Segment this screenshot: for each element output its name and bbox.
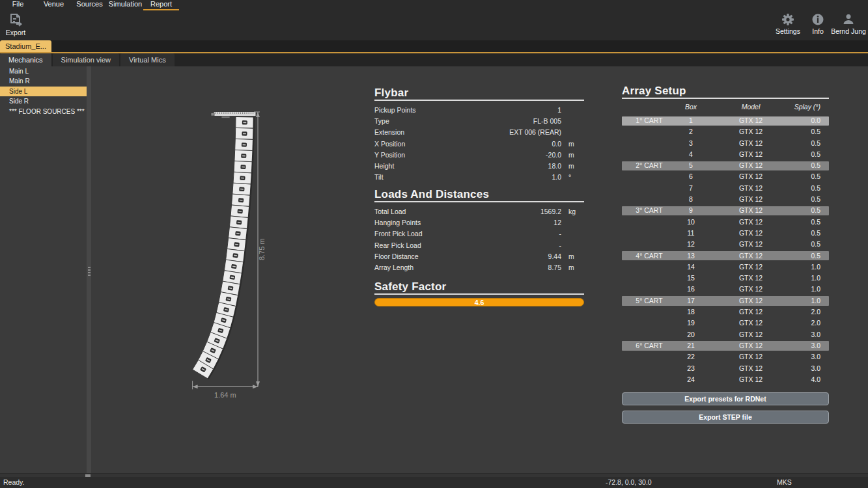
settings-button[interactable]: Settings [772, 13, 804, 35]
row-value: 9.44 [548, 252, 561, 260]
export-step-button[interactable]: Export STEP file [622, 411, 829, 424]
row-value: EXT 006 (REAR) [509, 128, 561, 136]
box-model: GTX 12 [720, 138, 782, 149]
box-number: 13 [677, 251, 705, 262]
row-value: 0.0 [552, 140, 561, 148]
row-label: Rear Pick Load [374, 241, 421, 249]
row-unit: m [568, 264, 584, 271]
user-icon [842, 13, 855, 26]
tab-virtual-mics[interactable]: Virtual Mics [120, 53, 175, 66]
row-value: 18.0 [548, 162, 561, 170]
box-number: 2 [677, 126, 705, 137]
box-splay: 4.0 [811, 374, 820, 385]
box-model: GTX 12 [720, 374, 782, 385]
flybar-row: ExtensionEXT 006 (REAR) [374, 127, 584, 138]
box-number: 9 [677, 205, 705, 216]
cursor-coordinates: -72.8, 0.0, 30.0 [606, 478, 652, 486]
array-table-row: 3GTX 120.5 [622, 138, 829, 149]
safety-section: Safety Factor 4.6 [374, 280, 584, 306]
box-model: GTX 12 [720, 295, 782, 306]
row-value: - [559, 230, 562, 237]
box-splay: 0.5 [811, 160, 820, 171]
tab-simulation-view[interactable]: Simulation view [53, 53, 119, 66]
loads-rows: Total Load1569.2kgHanging Points12Front … [374, 206, 584, 273]
box-model: GTX 12 [720, 194, 782, 205]
array-table-header: Box Model Splay (°) [622, 99, 829, 115]
box-model: GTX 12 [720, 149, 782, 160]
loads-row: Front Pick Load- [374, 228, 584, 239]
tab-mechanics[interactable]: Mechanics [0, 53, 51, 66]
export-rdnet-button[interactable]: Export presets for RDNet [622, 392, 829, 405]
source-list: Main LMain RSide LSide R*** FLOOR SOURCE… [0, 66, 87, 473]
box-number: 22 [677, 351, 705, 362]
array-drawing: 1.64 m8.75 m [189, 98, 287, 410]
array-table-row: 22GTX 123.0 [622, 351, 829, 362]
safety-section-title: Safety Factor [374, 280, 584, 295]
array-table-row: 6° CART21GTX 123.0 [622, 340, 829, 351]
array-table-row: 7GTX 120.5 [622, 183, 829, 194]
splitter-handle[interactable] [87, 66, 91, 473]
array-table-row: 5° CART17GTX 121.0 [622, 295, 829, 306]
cart-label: 3° CART [622, 205, 677, 216]
column-header-splay: Splay (°) [794, 99, 820, 115]
row-value: 1 [557, 106, 561, 114]
box-splay: 0.5 [811, 251, 820, 262]
menu-file[interactable]: File [0, 0, 36, 10]
row-label: Tilt [374, 173, 384, 181]
menu-venue[interactable]: Venue [36, 0, 72, 10]
flybar-rows: Pickup Points1TypeFL-B 005ExtensionEXT 0… [374, 104, 584, 183]
info-button-label: Info [812, 27, 824, 35]
sidebar-item-side-r[interactable]: Side R [0, 96, 87, 106]
menu-report[interactable]: Report [143, 0, 179, 10]
row-label: Hanging Points [374, 219, 421, 226]
array-table-row: 2GTX 120.5 [622, 126, 829, 137]
export-button[interactable]: Export [1, 13, 30, 36]
sidebar-item-floor-sources[interactable]: *** FLOOR SOURCES *** [0, 107, 87, 116]
menu-simulation[interactable]: Simulation [107, 0, 143, 10]
sidebar-item-main-l[interactable]: Main L [0, 66, 87, 76]
export-document-icon [8, 13, 23, 27]
box-model: GTX 12 [720, 273, 782, 284]
row-value: 12 [553, 219, 561, 226]
box-number: 16 [677, 284, 705, 295]
box-splay: 2.0 [811, 306, 820, 318]
main-area: Main LMain RSide LSide R*** FLOOR SOURCE… [0, 66, 868, 473]
flybar-row: TypeFL-B 005 [374, 115, 584, 126]
box-splay: 0.5 [811, 228, 820, 239]
info-button[interactable]: Info [806, 13, 830, 35]
row-value: FL-B 005 [533, 117, 561, 125]
row-label: Array Length [374, 264, 413, 271]
array-table-row: 14GTX 121.0 [622, 262, 829, 273]
box-model: GTX 12 [720, 228, 782, 239]
box-number: 19 [677, 318, 705, 329]
array-table-row: 18GTX 122.0 [622, 306, 829, 318]
menu-sources[interactable]: Sources [72, 0, 107, 10]
array-table-body: 1° CART1GTX 120.02GTX 120.53GTX 120.54GT… [622, 115, 829, 385]
splitter-grip-icon [88, 265, 91, 276]
array-table-row: 20GTX 123.0 [622, 329, 829, 340]
flybar-row: Y Position-20.0m [374, 149, 584, 160]
user-button-label: Bernd Jung [831, 27, 866, 35]
array-table-row: 2° CART5GTX 120.5 [622, 160, 829, 171]
document-tab[interactable]: Stadium_E... [0, 40, 51, 52]
height-dimension-label: 8.75 m [258, 238, 266, 260]
box-number: 7 [677, 183, 705, 194]
box-number: 3 [677, 138, 705, 149]
array-table-row: 11GTX 120.5 [622, 228, 829, 239]
box-splay: 1.0 [811, 295, 820, 306]
box-number: 11 [677, 228, 705, 239]
units-indicator: MKS [777, 478, 792, 486]
array-table-row: 4GTX 120.5 [622, 149, 829, 160]
cart-label: 5° CART [622, 295, 677, 306]
box-number: 15 [677, 273, 705, 284]
flybar-section-title: Flybar [374, 87, 584, 101]
box-splay: 0.5 [811, 183, 820, 194]
document-tabstrip: Stadium_E... [0, 40, 868, 53]
row-value: 1569.2 [540, 208, 561, 215]
user-account-button[interactable]: Bernd Jung [831, 13, 866, 35]
sidebar-item-main-r[interactable]: Main R [0, 76, 87, 86]
box-model: GTX 12 [720, 284, 782, 295]
sidebar-item-side-l[interactable]: Side L [0, 87, 87, 96]
export-button-label: Export [6, 29, 25, 36]
row-label: Pickup Points [374, 106, 416, 114]
